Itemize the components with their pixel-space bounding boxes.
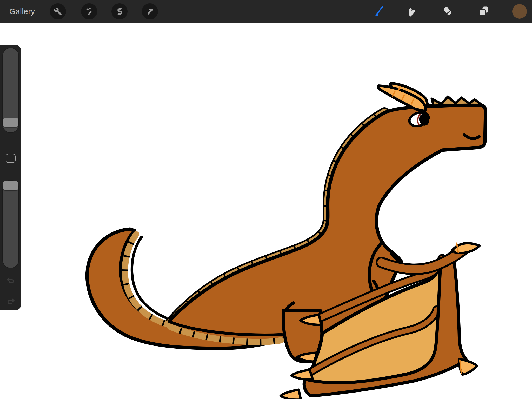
- brush-icon: [372, 5, 384, 17]
- erase-tool-button[interactable]: [440, 3, 455, 19]
- paint-tool-button[interactable]: [370, 3, 386, 19]
- opacity-handle[interactable]: [3, 181, 18, 190]
- redo-button[interactable]: [6, 297, 16, 306]
- actions-button[interactable]: [50, 3, 66, 19]
- gallery-button[interactable]: Gallery: [9, 0, 35, 23]
- wrench-icon: [54, 7, 62, 16]
- smudge-tool-button[interactable]: [403, 3, 419, 19]
- drawing-canvas[interactable]: [0, 0, 532, 399]
- arrow-cursor-icon: [146, 7, 154, 16]
- dragon-drawing: [87, 83, 486, 399]
- brush-sidebar: [0, 45, 21, 310]
- selection-button[interactable]: [111, 3, 128, 19]
- smudge-finger-icon: [405, 5, 417, 17]
- eraser-icon: [442, 5, 453, 17]
- transform-button[interactable]: [142, 3, 158, 19]
- layers-icon: [478, 5, 489, 17]
- layers-button[interactable]: [476, 3, 491, 19]
- adjustments-button[interactable]: [81, 3, 97, 19]
- brush-size-handle[interactable]: [3, 118, 18, 127]
- magic-wand-icon: [85, 7, 93, 16]
- undo-arrow-icon: [6, 277, 16, 285]
- modify-button[interactable]: [6, 154, 16, 163]
- brush-size-slider[interactable]: [2, 48, 19, 133]
- opacity-slider[interactable]: [2, 180, 19, 268]
- undo-button[interactable]: [6, 277, 16, 285]
- s-curve-icon: [115, 7, 124, 16]
- redo-arrow-icon: [6, 297, 16, 306]
- color-swatch[interactable]: [512, 4, 527, 19]
- top-toolbar: Gallery: [0, 0, 532, 23]
